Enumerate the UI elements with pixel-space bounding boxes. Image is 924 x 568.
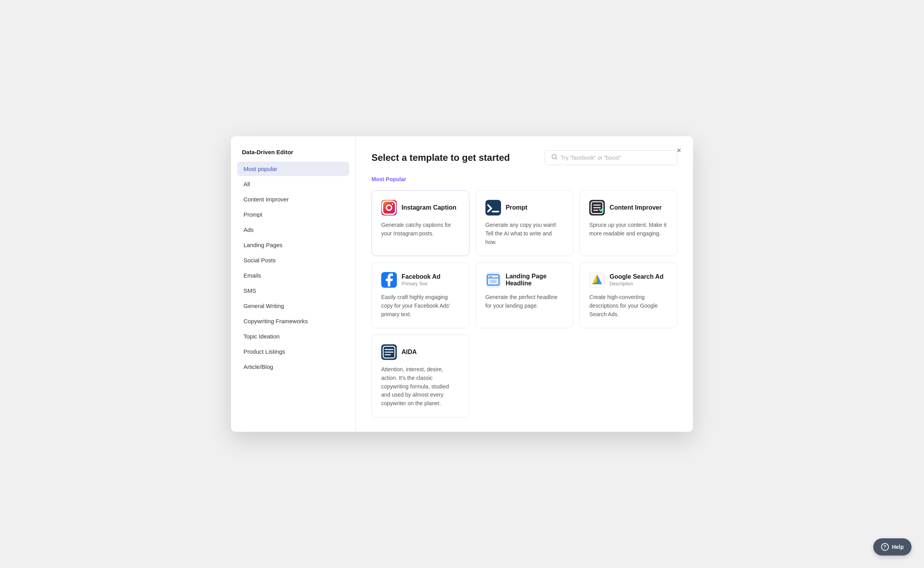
card-title-wrap: Content Improver [609, 204, 661, 211]
sidebar-item-sms[interactable]: SMS [237, 283, 349, 298]
card-header: Instagram Caption [381, 200, 460, 215]
card-description: Generate any copy you want! Tell the AI … [485, 221, 564, 246]
instagram-icon [381, 200, 397, 215]
main-header: Select a template to get started [371, 150, 677, 165]
sidebar-item-all[interactable]: All [237, 177, 349, 191]
template-card-google-search-ad[interactable]: Google Search Ad Description Create high… [579, 262, 677, 328]
sidebar-item-ads[interactable]: Ads [237, 223, 349, 237]
sidebar-item-copywriting-frameworks[interactable]: Copywriting Frameworks [237, 314, 349, 328]
template-card-prompt[interactable]: Prompt Generate any copy you want! Tell … [476, 190, 574, 256]
landing-page-icon [485, 272, 501, 288]
sidebar-item-prompt[interactable]: Prompt [237, 207, 349, 222]
card-title-wrap: Facebook Ad Primary Text [402, 273, 441, 287]
card-title-wrap: Prompt [506, 204, 528, 211]
template-card-aida[interactable]: AIDA Attention, interest, desire, action… [371, 335, 469, 417]
card-title: Prompt [506, 204, 528, 211]
card-subtitle: Primary Text [402, 281, 441, 287]
help-circle-icon: ? [881, 543, 889, 551]
card-description: Generate the perfect headline for your l… [485, 293, 564, 310]
card-description: Attention, interest, desire, action. It'… [381, 365, 460, 408]
card-title-wrap: Google Search Ad Description [609, 273, 663, 287]
template-card-content-improver[interactable]: Content Improver Spruce up your content.… [579, 190, 677, 256]
sidebar-item-landing-pages[interactable]: Landing Pages [237, 238, 349, 252]
svg-point-0 [552, 155, 556, 159]
search-icon [551, 154, 558, 162]
template-grid: Instagram Caption Generate catchy captio… [371, 190, 677, 418]
card-description: Spruce up your content. Make it more rea… [589, 221, 668, 238]
content-improver-icon [589, 200, 605, 215]
template-card-landing-page[interactable]: Landing Page Headline Generate the perfe… [476, 262, 574, 328]
aida-icon [381, 344, 397, 360]
sidebar-item-product-listings[interactable]: Product Listings [237, 344, 349, 359]
sidebar-item-social-posts[interactable]: Social Posts [237, 253, 349, 267]
card-title: Instagram Caption [402, 204, 456, 211]
sidebar-item-general-writing[interactable]: General Writing [237, 299, 349, 313]
card-title-wrap: AIDA [402, 349, 417, 356]
svg-rect-11 [490, 280, 496, 283]
help-button[interactable]: ? Help [873, 538, 912, 556]
card-description: Easily craft highly engaging copy for yo… [381, 293, 460, 319]
close-button[interactable]: × [673, 144, 685, 157]
sidebar-item-emails[interactable]: Emails [237, 268, 349, 283]
card-title: AIDA [402, 349, 417, 356]
search-input[interactable] [561, 155, 671, 161]
card-title-wrap: Landing Page Headline [506, 273, 564, 287]
template-card-facebook-ad[interactable]: Facebook Ad Primary Text Easily craft hi… [371, 262, 469, 328]
modal: Data-Driven Editor Most popular All Cont… [231, 136, 693, 432]
card-header: Landing Page Headline [485, 272, 564, 288]
card-header: AIDA [381, 344, 460, 360]
card-title: Landing Page Headline [506, 273, 564, 287]
svg-point-2 [386, 205, 391, 210]
card-title: Google Search Ad [609, 273, 663, 280]
card-header: Facebook Ad Primary Text [381, 272, 460, 288]
card-description: Create high-converting descriptions for … [589, 293, 668, 319]
sidebar: Data-Driven Editor Most popular All Cont… [231, 136, 356, 432]
template-card-instagram[interactable]: Instagram Caption Generate catchy captio… [371, 190, 469, 256]
card-header: Prompt [485, 200, 564, 215]
card-header: Google Search Ad Description [589, 272, 668, 288]
main-content: × Select a template to get started Most … [356, 136, 693, 432]
sidebar-item-topic-ideation[interactable]: Topic Ideation [237, 329, 349, 344]
sidebar-item-content-improver[interactable]: Content Improver [237, 192, 349, 207]
card-title-wrap: Instagram Caption [402, 204, 456, 211]
facebook-icon [381, 272, 397, 288]
help-label: Help [892, 544, 904, 550]
svg-rect-1 [382, 201, 395, 214]
section-label: Most Popular [371, 176, 677, 182]
svg-point-3 [392, 203, 393, 205]
card-subtitle: Description [609, 281, 663, 287]
search-box [545, 150, 677, 165]
card-title: Facebook Ad [402, 273, 441, 280]
google-icon [589, 272, 605, 288]
card-description: Generate catchy captions for your Instag… [381, 221, 460, 238]
card-header: Content Improver [589, 200, 668, 215]
prompt-icon [485, 200, 501, 215]
main-title: Select a template to get started [371, 152, 510, 163]
sidebar-title: Data-Driven Editor [237, 149, 349, 155]
card-title: Content Improver [609, 204, 661, 211]
sidebar-item-most-popular[interactable]: Most popular [237, 162, 349, 176]
sidebar-item-article-blog[interactable]: Article/Blog [237, 360, 349, 374]
